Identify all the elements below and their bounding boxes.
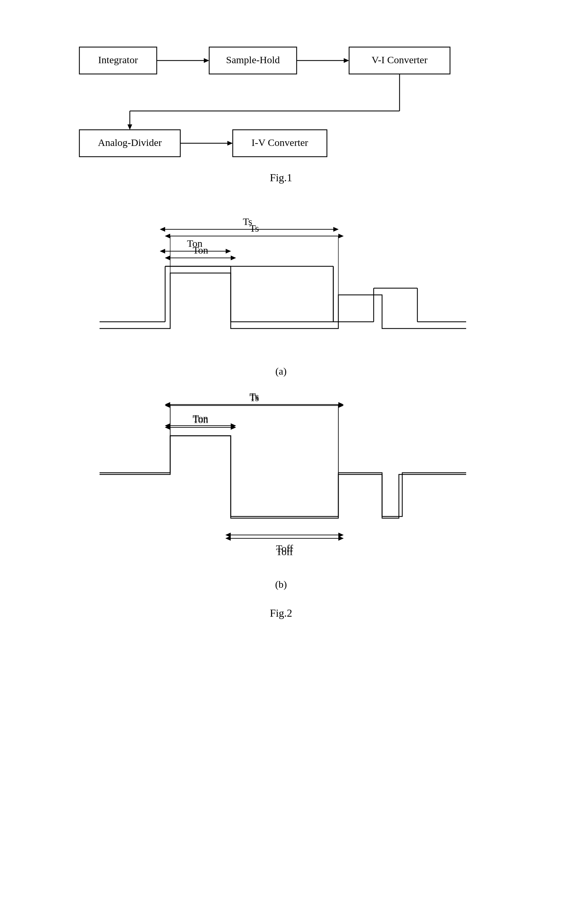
- fig2-caption: Fig.2: [270, 607, 292, 620]
- svg-marker-36: [338, 234, 344, 238]
- integrator-label: Integrator: [98, 54, 138, 65]
- fig1-diagram: Integrator Sample-Hold V-I Converter Ana…: [63, 34, 500, 161]
- subfig-a: Ts Ton: [46, 207, 517, 380]
- svg-marker-13: [227, 141, 233, 146]
- svg-marker-39: [231, 255, 236, 260]
- svg-marker-38: [165, 255, 170, 260]
- svg-marker-63: [338, 536, 344, 541]
- ts-b-r: Ts: [249, 391, 259, 402]
- subfig-b: Ts Ton Toff: [46, 387, 517, 594]
- svg-marker-62: [225, 536, 231, 541]
- fig2-container: Ts Ton: [46, 207, 517, 620]
- waveform-b-redraw: Ts Ton Toff: [80, 387, 483, 575]
- svg-marker-10: [128, 124, 132, 130]
- fig1-caption: Fig.1: [46, 171, 517, 184]
- subfig-a-label: (a): [275, 366, 287, 377]
- svg-marker-5: [344, 58, 349, 63]
- svg-marker-58: [231, 423, 236, 428]
- analog-divider-label: Analog-Divider: [98, 137, 162, 148]
- ts-a: Ts: [249, 223, 259, 234]
- fig1-container: Integrator Sample-Hold V-I Converter Ana…: [46, 34, 517, 201]
- vi-converter-label: V-I Converter: [371, 54, 427, 65]
- ton-b-r: Ton: [192, 412, 208, 424]
- svg-marker-2: [204, 58, 209, 63]
- iv-converter-label: I-V Converter: [251, 137, 308, 148]
- ton-a: Ton: [192, 244, 208, 255]
- waveform-a-clean: Ts Ton: [80, 218, 483, 362]
- svg-marker-35: [165, 234, 170, 238]
- fig2-title-text: Fig.2: [270, 607, 292, 619]
- page: Integrator Sample-Hold V-I Converter Ana…: [0, 0, 562, 924]
- subfig-b-label: (b): [275, 579, 287, 590]
- svg-marker-55: [338, 402, 344, 407]
- sample-hold-label: Sample-Hold: [226, 54, 280, 65]
- svg-marker-57: [165, 423, 170, 428]
- fig1-title-text: Fig.1: [270, 171, 292, 184]
- svg-marker-54: [165, 402, 170, 407]
- toff-label: Toff: [276, 546, 293, 557]
